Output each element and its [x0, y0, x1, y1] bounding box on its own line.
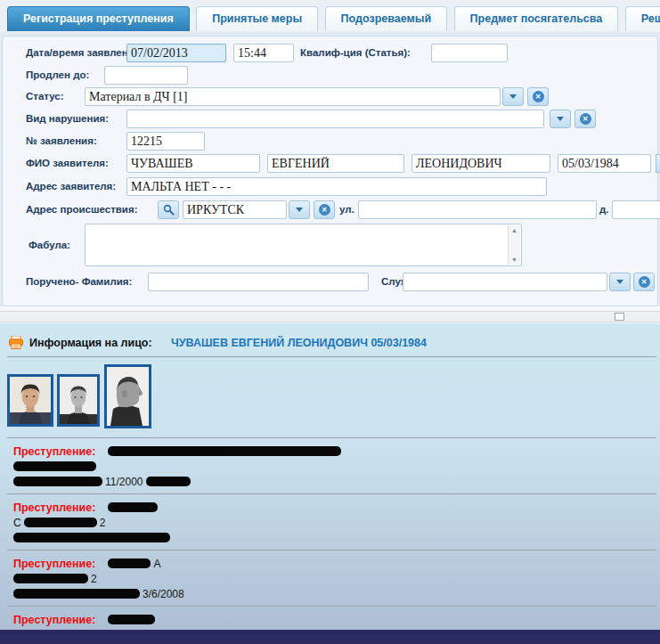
crime-entry-label: Преступление: — [13, 445, 95, 458]
redaction-bar — [13, 574, 88, 583]
crime-entry-label: Преступление: — [13, 614, 95, 626]
clear-x-icon: ✕ — [533, 91, 544, 102]
redaction-bar — [146, 477, 191, 486]
status-dropdown-button[interactable] — [502, 87, 524, 106]
applicant-firstname-input[interactable] — [267, 154, 404, 173]
crime-entry-label: Преступление: — [13, 501, 95, 514]
applicant-address-label: Адрес заявителя: — [26, 177, 116, 196]
house-input[interactable] — [612, 200, 660, 219]
violation-clear-button[interactable]: ✕ — [574, 110, 596, 128]
redaction-bar — [13, 589, 140, 599]
tab-decision[interactable]: Решение по заявлению — [625, 6, 660, 31]
violation-type-label: Вид нарушения: — [26, 110, 109, 128]
crime-entry-line: С2 — [13, 514, 656, 529]
person-link[interactable]: ЧУВАШЕВ ЕВГЕНИЙ ЛЕОНИДОВИЧ 05/03/1984 — [171, 334, 427, 352]
redaction-bar — [24, 518, 97, 527]
crime-entry: Преступление:11/2000 — [7, 437, 656, 493]
extended-until-input[interactable] — [104, 66, 188, 85]
horizontal-scrollbar[interactable] — [0, 311, 660, 322]
profile-gray-photo[interactable] — [104, 364, 151, 428]
assigned-surname-label: Поручено- Фамилия: — [26, 273, 132, 291]
mugshot-front-gray-image — [60, 377, 97, 424]
divider — [7, 356, 656, 357]
crime-entry-line: 11/2000 — [13, 473, 656, 488]
service-combo[interactable] — [403, 273, 607, 291]
crime-text-fragment: 2 — [100, 517, 106, 529]
statement-date-input[interactable] — [126, 44, 226, 62]
applicant-lastname-input[interactable] — [126, 154, 260, 173]
fabula-scrollbar[interactable]: ▲ ▼ — [508, 225, 520, 265]
status-clear-button[interactable]: ✕ — [527, 87, 549, 106]
house-label: д. — [599, 200, 609, 219]
dropdown-arrow-icon — [509, 94, 517, 99]
status-combo[interactable]: Материал в ДЧ [1] — [85, 87, 501, 106]
printer-icon[interactable] — [9, 336, 23, 349]
crime-entry-line: 2 — [13, 570, 656, 585]
tab-suspect[interactable]: Подозреваемый — [325, 6, 448, 31]
crime-text-fragment: С — [13, 517, 21, 529]
claim-number-label: № заявления: — [26, 132, 97, 151]
tab-object-of-offense[interactable]: Предмет посягательсва — [454, 6, 619, 31]
birthdate-picker-button-cutoff[interactable] — [656, 154, 660, 173]
crime-entry: Преступление:А23/6/2008 — [7, 550, 656, 606]
applicant-middlename-input[interactable] — [411, 154, 550, 173]
tab-bar: Регистрация преступления Принятые меры П… — [0, 6, 660, 32]
crime-entry-header-line: Преступление: — [13, 443, 656, 458]
crime-text-fragment: 2 — [91, 573, 97, 585]
address-search-button[interactable] — [158, 200, 179, 219]
clear-x-icon: ✕ — [639, 276, 650, 288]
violation-dropdown-button[interactable] — [550, 110, 571, 128]
tab-crime-registration[interactable]: Регистрация преступления — [7, 6, 190, 31]
qualification-label: Квалиф-ция (Статья): — [300, 44, 411, 62]
redaction-bar — [108, 446, 341, 456]
incident-city-combo[interactable]: ИРКУТСК — [183, 200, 287, 219]
redaction-bar — [13, 533, 170, 542]
crime-text-fragment: А — [153, 558, 160, 570]
horizontal-scrollbar-thumb[interactable] — [615, 313, 624, 321]
crime-entry-header-line: Преступление:А — [13, 555, 656, 570]
redaction-bar — [108, 615, 155, 624]
fabula-textarea[interactable]: ▲ ▼ — [85, 224, 522, 266]
service-clear-button[interactable]: ✕ — [633, 273, 655, 291]
dropdown-arrow-icon — [616, 280, 623, 284]
violation-type-combo[interactable] — [126, 110, 544, 128]
front-gray-photo[interactable] — [57, 374, 100, 427]
street-input[interactable] — [358, 200, 597, 219]
redaction-bar — [13, 461, 96, 471]
redaction-bar — [108, 502, 158, 512]
crime-list: Преступление:11/2000Преступление:С2Прест… — [7, 437, 656, 630]
search-icon — [163, 204, 175, 216]
front-color-photo[interactable] — [7, 374, 53, 427]
scroll-down-icon[interactable]: ▼ — [509, 255, 520, 265]
crime-entry-header-line: Преступление: — [13, 611, 656, 626]
tab-measures-taken[interactable]: Принятые меры — [196, 6, 318, 31]
qualification-input[interactable] — [431, 44, 508, 62]
service-dropdown-button[interactable] — [609, 273, 631, 291]
person-info-header: Информация на лицо: ЧУВАШЕВ ЕВГЕНИЙ ЛЕОН… — [0, 334, 660, 354]
incident-address-label: Адрес происшествия: — [26, 200, 137, 219]
city-dropdown-button[interactable] — [289, 200, 310, 219]
crime-entry: Преступление:Статья: 15891 — [7, 606, 656, 630]
mugshot-front-image — [10, 377, 51, 424]
crime-entry: Преступление:С2 — [7, 493, 656, 550]
redaction-bar — [13, 477, 102, 486]
assigned-surname-input[interactable] — [148, 273, 369, 291]
person-info-section: Информация на лицо: ЧУВАШЕВ ЕВГЕНИЙ ЛЕОН… — [0, 323, 660, 630]
street-label: ул. — [339, 200, 354, 219]
fabula-label: Фабула: — [29, 236, 70, 255]
footer-bar — [0, 630, 660, 644]
claim-number-input[interactable] — [126, 132, 205, 151]
city-clear-button[interactable]: ✕ — [314, 200, 335, 219]
applicant-name-label: ФИО заявителя: — [26, 154, 109, 173]
top-strip — [0, 0, 660, 6]
applicant-birthdate-input[interactable] — [558, 154, 651, 173]
status-label: Статус: — [26, 87, 64, 106]
applicant-address-input[interactable] — [126, 177, 547, 196]
scroll-up-icon[interactable]: ▲ — [509, 225, 520, 235]
crime-text-fragment: 3/6/2008 — [143, 588, 184, 600]
mugshot-profile-image — [107, 367, 149, 426]
statement-time-input[interactable] — [233, 44, 294, 62]
crime-registration-form: Дата/время заявления: Квалиф-ция (Статья… — [2, 36, 658, 306]
person-info-label: Информация на лицо: — [29, 334, 152, 352]
crime-entry-label: Преступление: — [13, 558, 95, 570]
